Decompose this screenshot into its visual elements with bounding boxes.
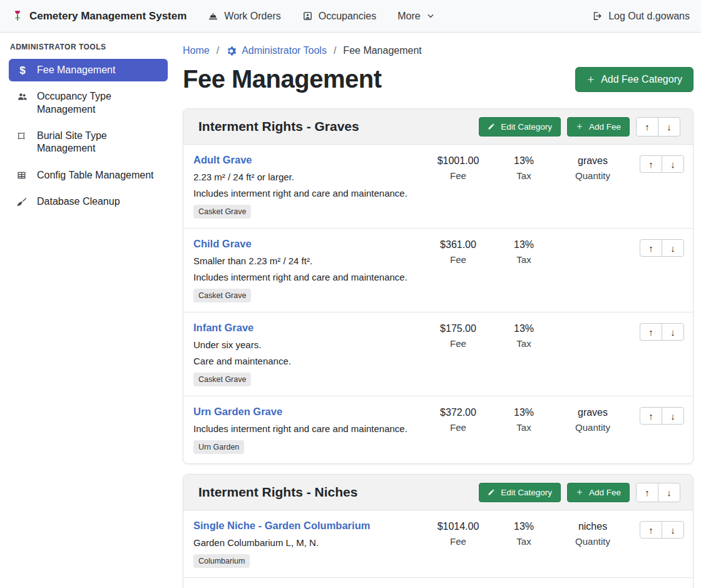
fee-row: Single Niche - Garden Columbarium Garden… [183,510,693,578]
move-category-up-button[interactable]: ↑ [636,483,658,502]
fee-description: Care and maintenance. [193,356,419,366]
sidebar-item-occupancy-type-management[interactable]: Occupancy Type Management [9,85,168,121]
move-category-down-button[interactable]: ↓ [658,117,680,137]
sidebar-item-label: Config Table Management [37,169,154,182]
pencil-icon [488,488,495,496]
vector-square-icon [16,131,29,141]
tax-label: Tax [493,254,555,265]
arrow-up-icon: ↑ [645,121,650,132]
fee-type-badge: Casket Grave [193,373,251,386]
move-fee-up-button[interactable]: ↑ [640,155,662,173]
move-fee-up-button[interactable]: ↑ [640,239,662,257]
add-fee-button[interactable]: Add Fee [567,483,630,502]
tulip-logo-icon [11,9,24,23]
fee-label: Fee [424,422,493,433]
page-title: Fee Management [183,65,382,93]
move-fee-up-button[interactable]: ↑ [640,407,662,425]
tax-label: Tax [493,536,555,547]
fee-row: Urn Garden Grave Includes interment righ… [183,396,693,463]
fee-amount-column: $1014.00 Fee [424,520,493,547]
move-fee-down-button[interactable]: ↓ [662,407,684,425]
fee-label: Fee [424,338,493,349]
fee-amount: $1001.00 [424,155,493,167]
logout-button[interactable]: Log Out d.gowans [592,11,690,22]
edit-category-button[interactable]: Edit Category [479,483,561,502]
tax-label: Tax [493,338,555,349]
category-title: Interment Rights - Niches [198,485,473,500]
fee-name-link[interactable]: Adult Grave [193,154,419,166]
add-fee-button[interactable]: Add Fee [567,117,630,137]
sidebar-item-label: Fee Management [37,64,115,76]
move-category-down-button[interactable]: ↓ [658,483,680,502]
fee-type-badge: Urn Garden [193,440,244,454]
quantity-value: graves [555,407,630,418]
breadcrumb-admin-tools-label: Administrator Tools [242,45,327,56]
nav-occupancies[interactable]: Occupancies [302,11,377,22]
move-fee-up-button[interactable]: ↑ [640,323,662,341]
sidebar-item-burial-site-type-management[interactable]: Burial Site Type Management [9,125,168,160]
arrow-down-icon: ↓ [670,327,675,338]
category-card-niches: Interment Rights - Niches Edit Category … [183,474,693,588]
tax-value: 13% [493,155,555,167]
fee-label: Fee [424,536,493,547]
move-fee-down-button[interactable]: ↓ [662,323,684,341]
arrow-down-icon: ↓ [670,525,675,535]
breadcrumb-admin-tools-link[interactable]: Administrator Tools [226,45,327,56]
sidebar-item-fee-management[interactable]: $ Fee Management [9,59,168,81]
fee-row: Adult Grave 2.23 m² / 24 ft² or larger. … [183,145,693,229]
sidebar-item-label: Occupancy Type Management [37,90,160,116]
arrow-up-icon: ↑ [648,243,653,254]
arrow-down-icon: ↓ [670,243,675,254]
nav-work-orders-label: Work Orders [224,11,280,22]
fee-description: Garden Columbarium L, M, N. [193,537,419,548]
logout-icon [592,11,603,21]
fee-description: Includes interment right and care and ma… [193,188,419,199]
category-card-graves: Interment Rights - Graves Edit Category … [183,108,693,464]
quantity-value: graves [555,155,630,167]
arrow-down-icon: ↓ [667,487,672,498]
tax-value: 13% [493,239,555,250]
move-category-up-button[interactable]: ↑ [636,117,658,137]
fee-row: Companion Niche - Garden Columbarium Gar… [183,578,693,588]
tax-label: Tax [493,170,555,181]
nav-more-menu[interactable]: More [397,11,434,22]
hard-hat-icon [208,11,218,21]
breadcrumb-separator: / [334,45,336,56]
fee-type-badge: Casket Grave [193,289,251,302]
move-fee-down-button[interactable]: ↓ [662,239,684,257]
fee-label: Fee [424,254,493,265]
nav-work-orders[interactable]: Work Orders [208,11,280,22]
fee-type-badge: Casket Grave [193,205,251,219]
fee-name-link[interactable]: Single Niche - Garden Columbarium [193,520,419,532]
move-fee-down-button[interactable]: ↓ [662,521,684,539]
fee-amount-column: $372.00 Fee [424,406,493,433]
tax-column: 13% Tax [493,154,555,181]
app-brand[interactable]: Cemetery Management System [11,9,187,23]
sidebar-item-config-table-management[interactable]: Config Table Management [9,164,168,187]
quantity-column [555,238,630,239]
sidebar-item-label: Database Cleanup [37,195,120,208]
fee-name-link[interactable]: Urn Garden Grave [193,406,419,418]
move-fee-up-button[interactable]: ↑ [640,521,662,539]
dollar-icon: $ [16,65,29,76]
edit-category-button[interactable]: Edit Category [479,117,561,137]
fee-type-badge: Columbarium [193,554,250,568]
sidebar-item-database-cleanup[interactable]: Database Cleanup [9,190,168,213]
breadcrumb: Home / Administrator Tools / Fee Managem… [183,45,693,56]
arrow-down-icon: ↓ [667,121,672,132]
tax-column: 13% Tax [493,238,555,265]
add-fee-category-button[interactable]: Add Fee Category [575,67,693,92]
quantity-label: Quantity [555,536,630,547]
breadcrumb-current: Fee Management [343,45,421,56]
fee-row: Child Grave Smaller than 2.23 m² / 24 ft… [183,229,693,312]
quantity-column: graves Quantity [555,154,630,181]
category-title: Interment Rights - Graves [198,119,473,134]
tax-column: 13% Tax [493,406,555,433]
fee-name-link[interactable]: Infant Grave [193,322,419,334]
move-fee-down-button[interactable]: ↓ [662,155,684,173]
fee-name-link[interactable]: Child Grave [193,238,419,250]
tax-value: 13% [493,521,555,532]
occupancy-person-icon [302,11,313,21]
chevron-down-icon [426,12,435,21]
breadcrumb-home-link[interactable]: Home [183,45,210,56]
